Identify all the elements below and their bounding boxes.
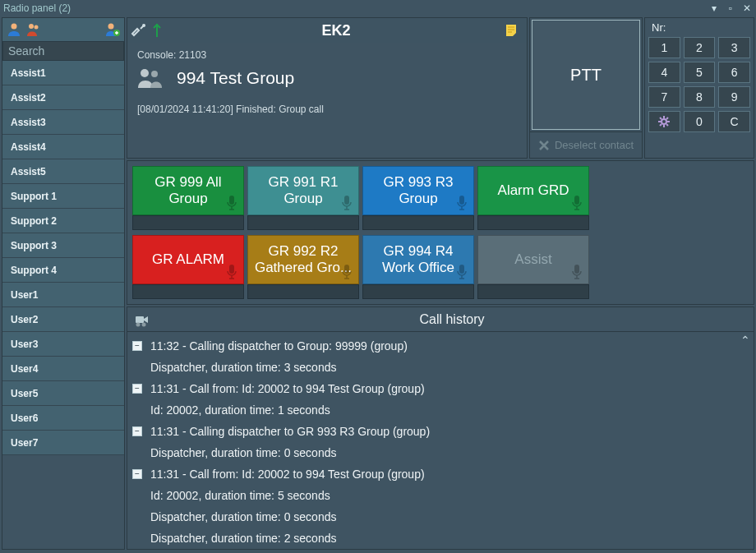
sidebar-item[interactable]: Support 3 [2, 233, 124, 258]
svg-rect-17 [136, 316, 144, 323]
sidebar-item[interactable]: User4 [2, 357, 124, 381]
tile-label: GR 999 All Group [138, 174, 238, 207]
tile: Alarm GRD [477, 166, 589, 230]
sidebar-item[interactable]: Support 2 [2, 209, 124, 233]
sidebar-item[interactable]: Support 4 [2, 258, 124, 283]
history-item: −11:31 - Calling dispatcher to GR 993 R3… [132, 421, 754, 463]
sidebar-item[interactable]: Assist4 [2, 135, 124, 159]
maximize-icon[interactable]: ▫ [725, 2, 736, 14]
sidebar-item[interactable]: User3 [2, 332, 124, 357]
numkey-2[interactable]: 2 [684, 37, 716, 58]
tile-status-bar [247, 284, 359, 299]
history-line: Id: 20002, duration time: 5 seconds [150, 487, 425, 504]
tile-button[interactable]: Alarm GRD [477, 166, 589, 215]
numkey-4[interactable]: 4 [648, 62, 680, 83]
history-line: Id: 20002, duration time: 1 seconds [150, 402, 425, 418]
svg-rect-10 [344, 196, 349, 205]
refresh-icon[interactable] [149, 22, 165, 39]
sidebar-item[interactable]: User5 [2, 381, 124, 406]
collapse-toggle[interactable]: − [132, 341, 142, 351]
history-item: −11:31 - Call from: Id: 20002 to 994 Tes… [132, 378, 754, 421]
scroll-up-icon[interactable]: ⌃ [740, 334, 752, 345]
search-input[interactable] [2, 41, 124, 61]
tile: GR ALARM [132, 235, 244, 299]
sidebar-item[interactable]: User6 [2, 406, 124, 431]
tile-status-bar [362, 284, 474, 299]
minimize-icon[interactable]: ▾ [708, 2, 720, 14]
tile-label: Assist [514, 251, 551, 268]
collapse-toggle[interactable]: − [132, 384, 142, 394]
sticky-note-icon[interactable] [504, 22, 520, 39]
contacts-group-icon[interactable] [25, 21, 42, 38]
svg-point-19 [142, 322, 146, 326]
numkey-1[interactable]: 1 [648, 37, 680, 58]
history-item: −11:31 - Call from: Id: 20002 to 994 Tes… [132, 463, 754, 549]
svg-rect-12 [574, 196, 579, 205]
history-icon [134, 311, 150, 328]
sidebar-item[interactable]: Assist1 [2, 61, 124, 85]
history-line: 11:31 - Call from: Id: 20002 to 994 Test… [150, 466, 425, 482]
history-lines: 11:32 - Calling dispatcher to Group: 999… [150, 338, 408, 376]
collapse-toggle[interactable]: − [132, 426, 142, 436]
history-title: Call history [150, 312, 754, 327]
tile-button[interactable]: Assist [477, 235, 589, 284]
sidebar-item[interactable]: Assist5 [2, 159, 124, 184]
history-body: ⌃ −11:32 - Calling dispatcher to Group: … [127, 332, 754, 549]
svg-rect-13 [229, 265, 234, 274]
tile-button[interactable]: GR 991 R1 Group [247, 166, 359, 215]
numkey-3[interactable]: 3 [718, 37, 750, 58]
svg-point-2 [35, 25, 39, 30]
sidebar-item[interactable]: User2 [2, 307, 124, 332]
numkey-8[interactable]: 8 [684, 86, 716, 108]
mic-icon [225, 195, 238, 211]
gear-icon[interactable] [648, 111, 680, 132]
sidebar-item[interactable]: Assist2 [2, 85, 124, 110]
mic-icon [570, 195, 583, 211]
svg-rect-9 [229, 196, 234, 205]
deselect-contact-button[interactable]: Deselect contact [530, 131, 642, 158]
tile-status-bar [477, 215, 589, 230]
tile-status-bar [132, 215, 244, 230]
numkey-9[interactable]: 9 [718, 86, 750, 108]
tile-button[interactable]: GR ALARM [132, 235, 244, 284]
sidebar-item[interactable]: Assist3 [2, 110, 124, 135]
call-history-panel: Call history ⌃ −11:32 - Calling dispatch… [127, 306, 754, 550]
numkey-5[interactable]: 5 [684, 62, 716, 83]
sidebar-item[interactable]: Support 1 [2, 184, 124, 209]
add-contact-icon[interactable] [104, 21, 121, 38]
collapse-toggle[interactable]: − [132, 469, 142, 479]
numkey-6[interactable]: 6 [718, 62, 750, 83]
contacts-single-icon[interactable] [6, 21, 22, 38]
svg-rect-14 [344, 265, 349, 274]
deselect-label: Deselect contact [555, 139, 634, 151]
tile-button[interactable]: GR 994 R4 Work Office [362, 235, 474, 284]
history-line: 11:31 - Call from: Id: 20002 to 994 Test… [150, 380, 425, 397]
tile-button[interactable]: GR 992 R2 Gathered Gro... [247, 235, 359, 284]
tile-label: GR 993 R3 Group [368, 174, 468, 207]
group-line: 994 Test Group [137, 67, 517, 89]
mic-icon [455, 195, 468, 211]
history-lines: 11:31 - Calling dispatcher to GR 993 R3 … [150, 423, 430, 461]
tile-button[interactable]: GR 993 R3 Group [362, 166, 474, 215]
numkey-0[interactable]: 0 [684, 111, 716, 132]
numkey-7[interactable]: 7 [648, 86, 680, 108]
numpad: Nr: 1234567890C [644, 17, 754, 159]
tools-icon[interactable] [131, 22, 147, 39]
tile-button[interactable]: GR 999 All Group [132, 166, 244, 215]
ptt-button[interactable]: PTT [532, 20, 640, 130]
history-lines: 11:31 - Call from: Id: 20002 to 994 Test… [150, 466, 425, 546]
numkey-C[interactable]: C [718, 111, 750, 132]
svg-point-3 [108, 24, 114, 30]
tile: GR 999 All Group [132, 166, 244, 230]
sidebar: Assist1Assist2Assist3Assist4Assist5Suppo… [2, 17, 125, 550]
mic-icon [455, 264, 468, 280]
sidebar-item[interactable]: User1 [2, 283, 124, 307]
group-name: 994 Test Group [177, 68, 294, 88]
history-line: Dispatcher, duration time: 0 seconds [150, 445, 430, 461]
ptt-panel: PTT Deselect contact [529, 17, 643, 159]
svg-rect-15 [459, 265, 464, 274]
sidebar-item[interactable]: User7 [2, 431, 124, 455]
close-icon[interactable]: ✕ [741, 2, 753, 14]
svg-point-8 [662, 119, 666, 124]
tile-label: GR 994 R4 Work Office [368, 243, 468, 276]
